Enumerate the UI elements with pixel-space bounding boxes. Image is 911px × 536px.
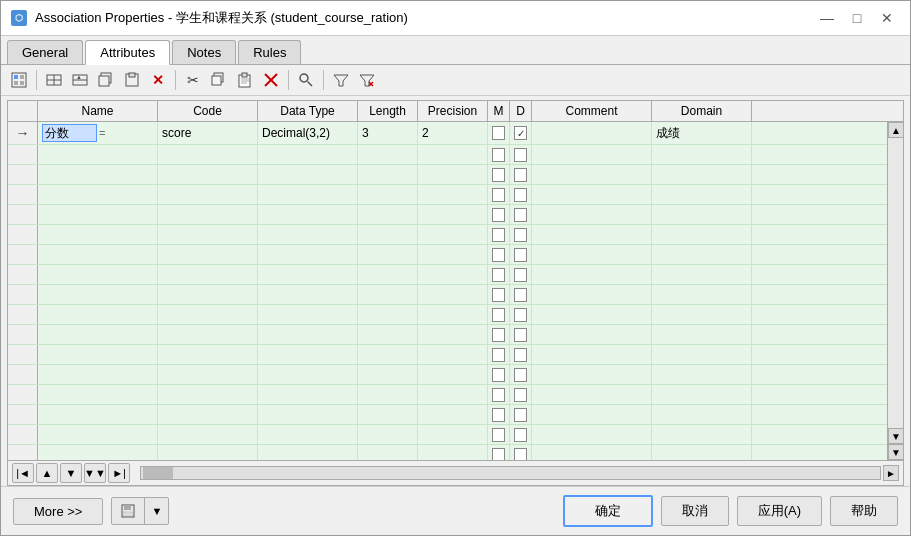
header-name: Name: [38, 101, 158, 121]
row-indicator: [8, 325, 38, 344]
filter-button[interactable]: [329, 69, 353, 91]
scroll-down-arrow-2[interactable]: ▼: [888, 444, 903, 460]
vertical-scrollbar[interactable]: ▲ ▼ ▼: [887, 122, 903, 460]
checkbox[interactable]: [514, 328, 527, 342]
paste-button[interactable]: [233, 69, 257, 91]
cell-empty: [418, 305, 488, 324]
delete-row-button[interactable]: ✕: [146, 69, 170, 91]
checkbox[interactable]: [514, 428, 527, 442]
find-button[interactable]: [294, 69, 318, 91]
table-row[interactable]: → = score Decimal(3,2) 3 2: [8, 122, 887, 145]
apply-button[interactable]: 应用(A): [737, 496, 822, 526]
checkbox[interactable]: [492, 148, 505, 162]
cell-empty: [532, 365, 652, 384]
header-m: M: [488, 101, 510, 121]
checkbox[interactable]: [514, 208, 527, 222]
table-row: [8, 445, 887, 460]
checkbox[interactable]: [514, 228, 527, 242]
scroll-thumb[interactable]: [143, 467, 173, 479]
save-split-button[interactable]: ▼: [111, 497, 169, 525]
scroll-right-button[interactable]: ►: [883, 465, 899, 481]
checkbox[interactable]: [492, 228, 505, 242]
checkbox[interactable]: [492, 208, 505, 222]
checkbox[interactable]: [514, 148, 527, 162]
nav-next2-button[interactable]: ▼▼: [84, 463, 106, 483]
filter-clear-button[interactable]: [355, 69, 379, 91]
cell-datatype-1: Decimal(3,2): [258, 122, 358, 144]
checkbox[interactable]: [514, 288, 527, 302]
checkbox[interactable]: [514, 268, 527, 282]
row-indicator: [8, 165, 38, 184]
tab-attributes[interactable]: Attributes: [85, 40, 170, 65]
cell-empty: [652, 425, 752, 444]
nav-last-button[interactable]: ►|: [108, 463, 130, 483]
save-dropdown-arrow[interactable]: ▼: [145, 500, 168, 522]
name-input-1[interactable]: [42, 124, 97, 142]
cell-empty: [532, 205, 652, 224]
checkbox[interactable]: [492, 168, 505, 182]
checkbox[interactable]: [492, 368, 505, 382]
grid-body[interactable]: → = score Decimal(3,2) 3 2: [8, 122, 887, 460]
cell-empty: [38, 225, 158, 244]
nav-first-button[interactable]: |◄: [12, 463, 34, 483]
checkbox[interactable]: [514, 168, 527, 182]
cell-m-1[interactable]: [488, 122, 510, 144]
scroll-track[interactable]: [888, 138, 903, 428]
checkbox[interactable]: [492, 428, 505, 442]
nav-next-button[interactable]: ▼: [60, 463, 82, 483]
checkbox[interactable]: [492, 308, 505, 322]
checkbox[interactable]: [514, 408, 527, 422]
properties-button[interactable]: [7, 69, 31, 91]
copy-row-button[interactable]: [94, 69, 118, 91]
insert-row-button[interactable]: ▲: [68, 69, 92, 91]
checkbox[interactable]: [514, 308, 527, 322]
tab-notes[interactable]: Notes: [172, 40, 236, 64]
copy-button[interactable]: [207, 69, 231, 91]
save-button-main[interactable]: [112, 498, 145, 524]
checkbox[interactable]: [492, 248, 505, 262]
checkbox[interactable]: [514, 188, 527, 202]
tab-rules[interactable]: Rules: [238, 40, 301, 64]
checkbox-d-1[interactable]: [514, 126, 527, 140]
cell-name-1[interactable]: =: [38, 122, 158, 144]
checkbox[interactable]: [514, 448, 527, 461]
checkbox[interactable]: [514, 368, 527, 382]
add-row-button[interactable]: [42, 69, 66, 91]
cell-empty: [752, 265, 887, 284]
cell-empty: [752, 165, 887, 184]
cell-empty: [418, 265, 488, 284]
checkbox[interactable]: [492, 288, 505, 302]
cancel-button[interactable]: 取消: [661, 496, 729, 526]
horizontal-scrollbar[interactable]: [140, 466, 881, 480]
tab-general[interactable]: General: [7, 40, 83, 64]
remove-button[interactable]: [259, 69, 283, 91]
cut-button[interactable]: ✂: [181, 69, 205, 91]
cell-empty: [358, 225, 418, 244]
checkbox[interactable]: [492, 348, 505, 362]
grid-container: Name Code Data Type Length Precision M D…: [7, 100, 904, 486]
checkbox-m-1[interactable]: [492, 126, 505, 140]
table-row: [8, 365, 887, 385]
checkbox[interactable]: [492, 328, 505, 342]
more-button[interactable]: More >>: [13, 498, 103, 525]
checkbox[interactable]: [514, 248, 527, 262]
checkbox[interactable]: [514, 388, 527, 402]
checkbox[interactable]: [492, 448, 505, 461]
maximize-button[interactable]: □: [844, 7, 870, 29]
nav-prev-button[interactable]: ▲: [36, 463, 58, 483]
close-button[interactable]: ✕: [874, 7, 900, 29]
checkbox[interactable]: [492, 268, 505, 282]
checkbox[interactable]: [514, 348, 527, 362]
svg-rect-31: [124, 505, 131, 510]
paste-row-button[interactable]: [120, 69, 144, 91]
minimize-button[interactable]: —: [814, 7, 840, 29]
properties-icon: [11, 72, 27, 88]
scroll-down-arrow-1[interactable]: ▼: [888, 428, 903, 444]
help-button[interactable]: 帮助: [830, 496, 898, 526]
ok-button[interactable]: 确定: [563, 495, 653, 527]
checkbox[interactable]: [492, 188, 505, 202]
checkbox[interactable]: [492, 408, 505, 422]
checkbox[interactable]: [492, 388, 505, 402]
cell-d-1[interactable]: [510, 122, 532, 144]
scroll-up-arrow[interactable]: ▲: [888, 122, 903, 138]
